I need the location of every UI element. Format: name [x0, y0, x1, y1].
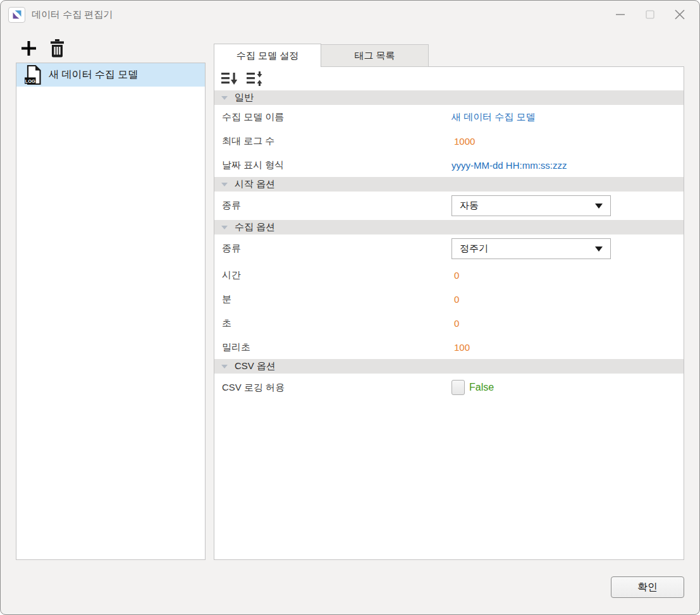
collapse-triangle-icon — [221, 183, 228, 186]
title-bar: 데이터 수집 편집기 — [1, 1, 699, 28]
property-label: 밀리초 — [214, 341, 451, 353]
property-label: 분 — [214, 293, 451, 305]
property-label: 초 — [214, 317, 451, 329]
field-model-name[interactable]: 새 데이터 수집 모델 — [451, 111, 536, 123]
property-row-csv-logging: CSV 로깅 허용 False — [214, 374, 684, 401]
plus-icon — [20, 40, 37, 57]
tab-tag-list[interactable]: 태그 목록 — [321, 44, 429, 67]
app-icon — [8, 7, 25, 23]
collapse-triangle-icon — [221, 226, 228, 229]
chevron-down-icon — [595, 204, 603, 209]
sort-alphabetical-button[interactable] — [245, 71, 263, 87]
section-header-start-options[interactable]: 시작 옵션 — [214, 177, 684, 192]
property-row-model-name: 수집 모델 이름 새 데이터 수집 모델 — [214, 105, 684, 129]
add-model-button[interactable] — [20, 39, 37, 58]
section-title: 시작 옵션 — [235, 178, 275, 190]
field-seconds[interactable]: 0 — [451, 318, 459, 329]
window-title: 데이터 수집 편집기 — [32, 9, 113, 21]
checkbox-value-label: False — [469, 382, 494, 393]
property-label: 시간 — [214, 269, 451, 281]
property-row-milliseconds: 밀리초 100 — [214, 335, 684, 359]
sort-categorized-button[interactable] — [220, 71, 238, 87]
field-minutes[interactable]: 0 — [451, 294, 459, 305]
property-panel: 일반 수집 모델 이름 새 데이터 수집 모델 최대 로그 수 1000 날짜 … — [214, 66, 684, 560]
maximize-icon — [644, 8, 656, 21]
tab-bar: 수집 모델 설정 태그 목록 — [214, 44, 429, 67]
log-document-icon: LOG — [24, 64, 42, 85]
section-header-collect-options[interactable]: 수집 옵션 — [214, 220, 684, 234]
dropdown-value: 정주기 — [460, 243, 488, 255]
sort-alphabetical-icon — [246, 71, 263, 86]
property-label: 날짜 표시 형식 — [214, 159, 451, 171]
property-row-start-type: 종류 자동 — [214, 192, 684, 220]
property-row-max-log-count: 최대 로그 수 1000 — [214, 129, 684, 153]
property-label: 최대 로그 수 — [214, 135, 451, 147]
close-icon — [673, 8, 687, 21]
csv-logging-field: False — [451, 380, 494, 395]
collapse-triangle-icon — [221, 365, 228, 368]
minimize-icon — [614, 8, 627, 21]
collect-type-dropdown[interactable]: 정주기 — [451, 238, 611, 259]
property-row-minutes: 분 0 — [214, 287, 684, 311]
property-label: 종류 — [214, 200, 451, 212]
property-label: 수집 모델 이름 — [214, 111, 451, 123]
section-header-general[interactable]: 일반 — [214, 90, 684, 105]
field-max-log-count[interactable]: 1000 — [451, 136, 475, 147]
model-list-toolbar — [20, 39, 66, 58]
property-row-collect-type: 종류 정주기 — [214, 234, 684, 263]
collapse-triangle-icon — [221, 96, 228, 100]
chevron-down-icon — [595, 247, 603, 252]
app-logo-icon — [12, 9, 22, 20]
section-title: 수집 옵션 — [235, 221, 275, 233]
property-label: CSV 로깅 허용 — [214, 382, 451, 394]
tab-model-settings[interactable]: 수집 모델 설정 — [214, 44, 321, 67]
property-row-seconds: 초 0 — [214, 311, 684, 335]
list-item-model[interactable]: LOG 새 데이터 수집 모델 — [16, 63, 205, 87]
ok-button[interactable]: 확인 — [611, 576, 684, 598]
section-title: 일반 — [235, 92, 254, 104]
maximize-button[interactable] — [635, 1, 665, 28]
property-label: 종류 — [214, 243, 451, 255]
model-list: LOG 새 데이터 수집 모델 — [16, 63, 206, 560]
sort-categorized-icon — [221, 71, 238, 86]
delete-model-button[interactable] — [48, 39, 66, 58]
dialog-window: 데이터 수집 편집기 — [0, 0, 700, 615]
section-header-csv-options[interactable]: CSV 옵션 — [214, 359, 684, 374]
trash-icon — [49, 39, 65, 58]
section-title: CSV 옵션 — [235, 360, 276, 372]
field-date-format[interactable]: yyyy-MM-dd HH:mm:ss:zzz — [451, 160, 567, 171]
close-button[interactable] — [665, 1, 694, 28]
property-grid-toolbar — [214, 67, 684, 90]
start-type-dropdown[interactable]: 자동 — [451, 195, 611, 216]
window-controls — [605, 1, 694, 28]
property-row-date-format: 날짜 표시 형식 yyyy-MM-dd HH:mm:ss:zzz — [214, 153, 684, 177]
csv-logging-checkbox[interactable] — [451, 380, 465, 395]
property-row-hours: 시간 0 — [214, 263, 684, 287]
svg-text:LOG: LOG — [25, 78, 35, 84]
field-hours[interactable]: 0 — [451, 270, 459, 281]
dropdown-value: 자동 — [460, 200, 479, 212]
minimize-button[interactable] — [605, 1, 635, 28]
list-item-label: 새 데이터 수집 모델 — [49, 68, 138, 82]
field-milliseconds[interactable]: 100 — [451, 342, 470, 353]
